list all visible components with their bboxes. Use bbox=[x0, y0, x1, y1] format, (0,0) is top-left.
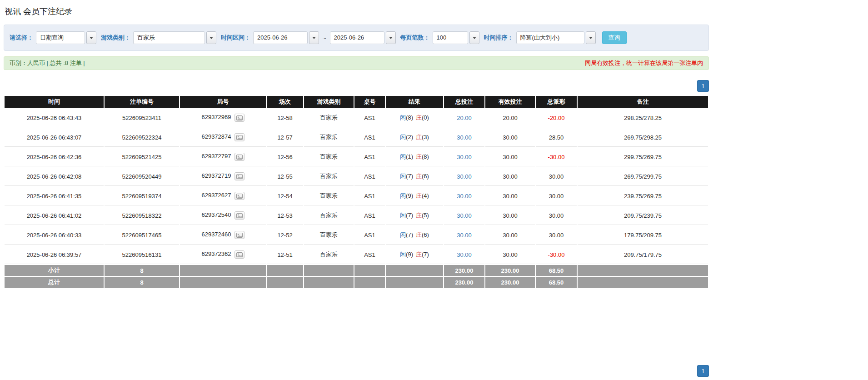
cell-session: 12-55 bbox=[267, 167, 303, 186]
round-replay-icon[interactable] bbox=[234, 211, 244, 220]
cell-game: 百家乐 bbox=[304, 128, 354, 147]
cell-total-bet[interactable]: 30.00 bbox=[444, 226, 484, 245]
round-replay-icon[interactable] bbox=[234, 250, 244, 259]
round-id: 629372460 bbox=[201, 231, 231, 238]
round-replay-icon[interactable] bbox=[234, 153, 244, 161]
cell-game: 百家乐 bbox=[304, 109, 354, 127]
page: 视讯 会员下注纪录 请选择： 日期查询 游戏类别： 百家乐 时间区间： 2025… bbox=[4, 5, 709, 377]
cell-payout: 30.00 bbox=[536, 187, 577, 205]
round-replay-icon[interactable] bbox=[234, 231, 244, 239]
table-header-row: 时间 注单编号 局号 场次 游戏类别 桌号 结果 总投注 有效投注 总派彩 备注 bbox=[5, 96, 708, 108]
cell-result: 闲(7)庄(6) bbox=[386, 226, 443, 245]
chevron-down-icon[interactable] bbox=[86, 31, 96, 44]
date-to-value[interactable]: 2025-06-26 bbox=[330, 31, 384, 44]
round-id: 629372362 bbox=[201, 250, 231, 257]
time-range-label: 时间区间： bbox=[221, 34, 250, 42]
game-type-value[interactable]: 百家乐 bbox=[133, 31, 205, 44]
cell-result: 闲(7)庄(6) bbox=[386, 167, 443, 186]
cell-total-bet[interactable]: 30.00 bbox=[444, 245, 484, 264]
chevron-down-icon[interactable] bbox=[586, 31, 596, 44]
banker-score: (4) bbox=[422, 192, 429, 199]
subtotal-label: 小计 bbox=[5, 265, 104, 276]
cell-total-bet[interactable]: 20.00 bbox=[444, 109, 484, 127]
query-mode-value[interactable]: 日期查询 bbox=[36, 31, 85, 44]
round-replay-icon[interactable] bbox=[234, 172, 244, 180]
summary-text: 币别：人民币 | 总共 :8 注单 | bbox=[10, 59, 85, 67]
tilde-separator: ~ bbox=[323, 35, 326, 41]
player-score: (9) bbox=[406, 192, 413, 199]
cell-total-bet[interactable]: 30.00 bbox=[444, 128, 484, 147]
page-button-1[interactable]: 1 bbox=[697, 80, 709, 92]
sort-order-value[interactable]: 降冪(由大到小) bbox=[516, 31, 584, 44]
round-replay-icon[interactable] bbox=[234, 114, 244, 122]
pagination-top: 1 bbox=[4, 80, 709, 92]
cell-round: 629372969 bbox=[180, 109, 266, 127]
caret-icon bbox=[90, 37, 93, 39]
cell-remark: 209.75/239.75 bbox=[578, 206, 708, 225]
cell-time: 2025-06-26 06:43:43 bbox=[5, 109, 104, 127]
subtotal-total-bet: 230.00 bbox=[444, 265, 484, 276]
player-result: 闲 bbox=[400, 212, 406, 219]
cell-round: 629372797 bbox=[180, 148, 266, 166]
total-payout: 68.50 bbox=[536, 277, 577, 288]
bottom-spacer bbox=[4, 289, 709, 365]
table-row: 2025-06-26 06:41:02 522609518322 6293725… bbox=[5, 206, 708, 225]
round-replay-icon[interactable] bbox=[234, 133, 244, 141]
cell-valid-bet: 30.00 bbox=[485, 187, 535, 205]
banker-result: 庄 bbox=[416, 134, 422, 140]
table-row: 2025-06-26 06:41:35 522609519374 6293726… bbox=[5, 187, 708, 205]
date-from-value[interactable]: 2025-06-26 bbox=[253, 31, 308, 44]
game-type-combo: 百家乐 bbox=[133, 31, 216, 44]
table-row: 2025-06-26 06:42:08 522609520449 6293727… bbox=[5, 167, 708, 186]
filter-game-type: 游戏类别： 百家乐 bbox=[101, 31, 216, 44]
cell-total-bet[interactable]: 30.00 bbox=[444, 187, 484, 205]
round-replay-icon[interactable] bbox=[234, 192, 244, 200]
player-result: 闲 bbox=[400, 173, 406, 180]
subtotal-payout: 68.50 bbox=[536, 265, 577, 276]
page-size-combo: 100 bbox=[433, 31, 479, 44]
banker-result: 庄 bbox=[416, 231, 422, 238]
cell-remark: 179.75/209.75 bbox=[578, 226, 708, 245]
filter-page-size: 每页笔数： 100 bbox=[400, 31, 479, 44]
player-score: (7) bbox=[406, 173, 413, 180]
chevron-down-icon[interactable] bbox=[309, 31, 319, 44]
table-row: 2025-06-26 06:43:43 522609523411 6293729… bbox=[5, 109, 708, 127]
banker-score: (5) bbox=[422, 212, 429, 219]
cell-remark: 239.75/269.75 bbox=[578, 187, 708, 205]
cell-total-bet[interactable]: 30.00 bbox=[444, 167, 484, 186]
cell-payout: -30.00 bbox=[536, 148, 577, 166]
cell-round: 629372627 bbox=[180, 187, 266, 205]
chevron-down-icon[interactable] bbox=[206, 31, 216, 44]
page-size-value[interactable]: 100 bbox=[433, 31, 468, 44]
cell-game: 百家乐 bbox=[304, 226, 354, 245]
player-result: 闲 bbox=[400, 114, 406, 121]
game-type-label: 游戏类别： bbox=[101, 34, 130, 42]
table-row: 2025-06-26 06:43:07 522609522324 6293728… bbox=[5, 128, 708, 147]
search-button[interactable]: 查询 bbox=[602, 31, 627, 44]
cell-total-bet[interactable]: 30.00 bbox=[444, 206, 484, 225]
banker-score: (7) bbox=[422, 251, 429, 258]
cell-session: 12-57 bbox=[267, 128, 303, 147]
cell-session: 12-56 bbox=[267, 148, 303, 166]
sort-order-combo: 降冪(由大到小) bbox=[516, 31, 596, 44]
cell-total-bet[interactable]: 30.00 bbox=[444, 148, 484, 166]
chevron-down-icon[interactable] bbox=[469, 31, 479, 44]
col-header-time: 时间 bbox=[5, 96, 104, 108]
col-header-valid-bet: 有效投注 bbox=[485, 96, 535, 108]
page-button-1-bottom[interactable]: 1 bbox=[697, 365, 709, 377]
chevron-down-icon[interactable] bbox=[386, 31, 396, 44]
cell-result: 闲(2)庄(3) bbox=[386, 128, 443, 147]
cell-valid-bet: 30.00 bbox=[485, 245, 535, 264]
col-header-table: 桌号 bbox=[354, 96, 385, 108]
cell-game: 百家乐 bbox=[304, 148, 354, 166]
cell-time: 2025-06-26 06:42:08 bbox=[5, 167, 104, 186]
cell-bet-id: 522609516131 bbox=[105, 245, 179, 264]
total-count: 8 bbox=[105, 277, 179, 288]
col-header-session: 场次 bbox=[267, 96, 303, 108]
banker-result: 庄 bbox=[416, 114, 422, 121]
cell-payout: 30.00 bbox=[536, 226, 577, 245]
cell-round: 629372719 bbox=[180, 167, 266, 186]
cell-remark: 299.75/269.75 bbox=[578, 148, 708, 166]
cell-result: 闲(7)庄(5) bbox=[386, 206, 443, 225]
cell-game: 百家乐 bbox=[304, 206, 354, 225]
